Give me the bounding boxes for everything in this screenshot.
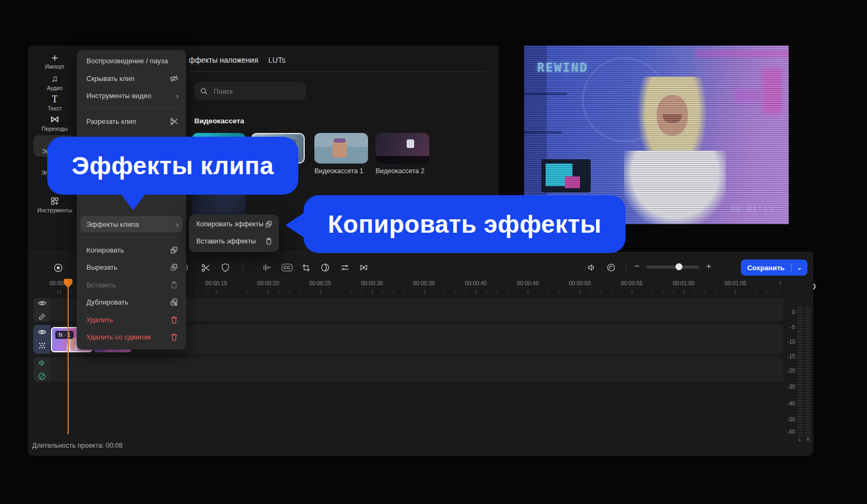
menu-item-label: Вставить: [86, 281, 116, 289]
effect-card[interactable]: [376, 133, 429, 164]
menu-divider: [82, 236, 181, 237]
meter-scale-label: -5: [790, 324, 795, 330]
panel-divider: [189, 71, 487, 72]
tab-luts[interactable]: LUTs: [268, 56, 285, 64]
search-box[interactable]: [194, 82, 306, 100]
submenu-item-paste-effects[interactable]: Вставить эффекты: [192, 233, 276, 249]
menu-item-video-tools[interactable]: Инструменты видео ›: [80, 87, 182, 103]
paste-icon: [170, 280, 179, 290]
ruler-label: 00:00:40: [465, 280, 487, 286]
zoom-out-icon[interactable]: −: [634, 261, 640, 272]
audio-track-header[interactable]: [33, 357, 50, 382]
audio-levels-icon[interactable]: [261, 262, 273, 273]
chevron-right-icon: ›: [176, 91, 179, 100]
menu-item-hide-clip[interactable]: Скрывать клип: [80, 70, 182, 86]
audio-meter-scale: 0-5-10-15-20-30-40-50-60: [777, 0, 795, 504]
music-icon: ♫: [28, 74, 82, 84]
sidebar-item-label: Текст: [28, 105, 82, 112]
effect-card-label: Видеокассета 2: [376, 167, 424, 175]
link-icon[interactable]: [38, 313, 46, 321]
menu-item-play-pause[interactable]: Воспроизведение / пауза: [80, 53, 182, 69]
meter-channel-left: L: [798, 436, 801, 442]
menu-item-label: Удалить со сдвигом: [86, 333, 151, 341]
menu-item-label: Удалить: [86, 316, 113, 324]
menu-item-copy[interactable]: Копировать: [80, 242, 182, 258]
save-button[interactable]: Сохранить ⌄: [741, 260, 807, 276]
chevron-right-icon: ›: [176, 220, 179, 229]
menu-item-label: Воспроизведение / пауза: [86, 57, 168, 65]
section-title: Видеокассета: [194, 117, 244, 125]
sidebar-item-import[interactable]: ＋ Импорт: [28, 53, 82, 70]
sidebar-item-tools[interactable]: Инструменты: [28, 196, 82, 213]
clip-effects-submenu: Копировать эффекты Вставить эффекты: [189, 214, 279, 252]
meter-scale-label: -30: [788, 384, 795, 390]
ruler-label: 00:00:15: [205, 280, 227, 286]
menu-item-delete[interactable]: Удалить: [80, 312, 182, 328]
timeline-volume-icon[interactable]: [585, 262, 597, 273]
speed-icon[interactable]: [319, 262, 331, 273]
menu-item-label: Инструменты видео: [86, 92, 151, 100]
ruler-label: 00:00:25: [309, 280, 331, 286]
menu-item-label: Вырезать: [86, 263, 117, 271]
submenu-item-label: Копировать эффекты: [196, 220, 263, 228]
submenu-item-copy-effects[interactable]: Копировать эффекты: [192, 216, 276, 232]
track2-header-selected[interactable]: [33, 325, 50, 354]
meter-channel-right: R: [806, 436, 810, 442]
search-input[interactable]: [212, 87, 293, 96]
transition-icon[interactable]: [358, 262, 370, 273]
screenshot-stage: ＋ Импорт ♫ Аудио T Текст ⋈ Переходы ✦ Эф…: [0, 0, 867, 504]
record-icon[interactable]: [52, 262, 64, 273]
eye-icon[interactable]: [38, 299, 47, 308]
adjustments-icon[interactable]: [339, 262, 351, 273]
ruler-label: 00:00:35: [413, 280, 435, 286]
submenu-item-label: Вставить эффекты: [196, 238, 256, 245]
cut-icon: [170, 263, 179, 272]
effects-dots-icon[interactable]: [38, 342, 46, 351]
menu-item-label: Копировать: [86, 246, 124, 254]
menu-item-paste[interactable]: Вставить: [80, 277, 182, 293]
zoom-in-icon[interactable]: +: [706, 261, 711, 272]
ruler-label: 00:00:20: [257, 280, 279, 286]
tooltip-clip-effects: Эффекты клипа: [47, 137, 298, 195]
audio-volume-icon[interactable]: [38, 359, 46, 367]
sidebar-item-audio[interactable]: ♫ Аудио: [28, 74, 82, 91]
eye-icon[interactable]: [38, 328, 47, 337]
timeline-zoom-slider[interactable]: [646, 265, 699, 269]
split-clip-icon[interactable]: [200, 262, 211, 273]
sidebar-item-transitions[interactable]: ⋈ Переходы: [28, 115, 82, 132]
playhead-line[interactable]: [68, 280, 69, 434]
menu-item-split-clip[interactable]: Разрезать клип: [80, 113, 182, 129]
meter-scale-label: -10: [788, 339, 795, 345]
ruler-label: 00:01:05: [725, 280, 747, 286]
meter-scale-label: 0: [792, 309, 795, 315]
paste-icon: [264, 237, 273, 246]
menu-item-cut[interactable]: Вырезать: [80, 259, 182, 275]
menu-item-label: Разрезать клип: [86, 117, 136, 125]
scissors-icon: [170, 117, 179, 126]
track1-header[interactable]: [33, 298, 50, 322]
project-duration: Длительность проекта: 00:08: [32, 442, 122, 449]
sidebar-item-label: Инструменты: [28, 207, 82, 213]
menu-item-duplicate[interactable]: Дублировать: [80, 294, 182, 310]
sidebar-item-label: Импорт: [28, 63, 82, 70]
trash-icon: [170, 315, 179, 324]
menu-item-ripple-delete[interactable]: Удалить со сдвигом: [80, 329, 182, 345]
plus-icon: ＋: [28, 53, 82, 62]
crop-icon[interactable]: [300, 262, 312, 273]
tab-overlay-effects[interactable]: ффекты наложения: [189, 56, 258, 64]
fx-badge: fx · 1: [55, 331, 74, 339]
shield-icon[interactable]: [219, 262, 231, 273]
effect-card[interactable]: [314, 133, 368, 164]
menu-item-clip-effects[interactable]: Эффекты клипа ›: [80, 216, 182, 232]
timeline-zoom-handle[interactable]: [675, 263, 682, 270]
tools-icon: [28, 196, 82, 206]
audio-track-lane[interactable]: [51, 357, 783, 382]
audio-mute-icon[interactable]: [38, 372, 46, 381]
audio-meter-left: [797, 307, 803, 436]
menu-item-label: Эффекты клипа: [86, 220, 139, 228]
sidebar-item-text[interactable]: T Текст: [28, 94, 82, 112]
sidebar-item-label: Аудио: [28, 85, 82, 91]
cc-subtitles-icon[interactable]: CC: [281, 262, 293, 273]
link-clips-icon[interactable]: [605, 262, 617, 273]
meter-scale-label: -20: [788, 368, 795, 374]
